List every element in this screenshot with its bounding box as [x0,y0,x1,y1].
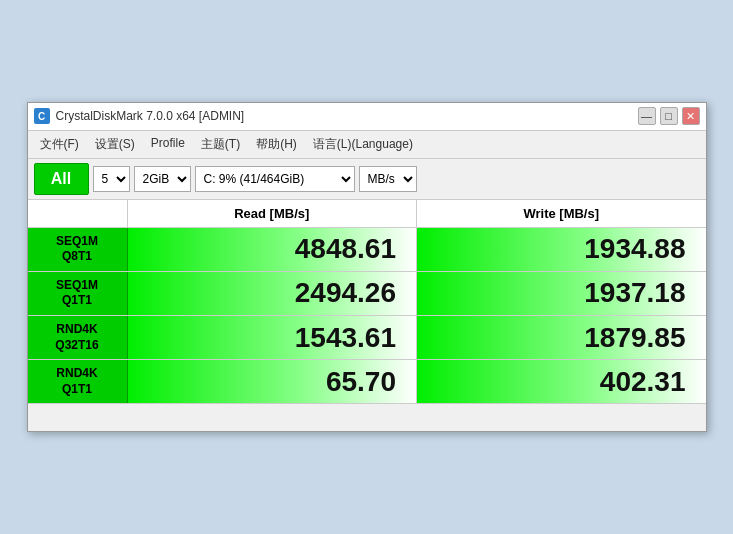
app-icon: C [34,108,50,124]
count-select[interactable]: 5 [93,166,130,192]
read-cell-seq1m-q1t1: 2494.26 [128,272,418,315]
table-row: RND4K Q32T16 1543.61 1879.85 [28,316,706,360]
maximize-button[interactable]: □ [660,107,678,125]
write-value-seq1m-q8t1: 1934.88 [584,233,685,265]
write-value-rnd4k-q1t1: 402.31 [600,366,686,398]
row-label-seq1m-q8t1: SEQ1M Q8T1 [28,228,128,271]
unit-select[interactable]: MB/s [359,166,417,192]
write-cell-seq1m-q1t1: 1937.18 [417,272,706,315]
row-label-seq1m-q1t1: SEQ1M Q1T1 [28,272,128,315]
minimize-button[interactable]: — [638,107,656,125]
window-controls: — □ ✕ [638,107,700,125]
window-title: CrystalDiskMark 7.0.0 x64 [ADMIN] [56,109,245,123]
read-cell-rnd4k-q1t1: 65.70 [128,360,418,403]
menu-language[interactable]: 语言(L)(Language) [305,133,421,156]
title-bar: C CrystalDiskMark 7.0.0 x64 [ADMIN] — □ … [28,103,706,131]
read-cell-seq1m-q8t1: 4848.61 [128,228,418,271]
write-header: Write [MB/s] [417,200,706,227]
write-cell-rnd4k-q32t16: 1879.85 [417,316,706,359]
benchmark-table: Read [MB/s] Write [MB/s] SEQ1M Q8T1 4848… [28,200,706,404]
table-row: RND4K Q1T1 65.70 402.31 [28,360,706,403]
size-select[interactable]: 2GiB [134,166,191,192]
write-cell-rnd4k-q1t1: 402.31 [417,360,706,403]
read-value-rnd4k-q1t1: 65.70 [326,366,396,398]
read-value-rnd4k-q32t16: 1543.61 [295,322,396,354]
read-header: Read [MB/s] [128,200,418,227]
row-label-rnd4k-q1t1: RND4K Q1T1 [28,360,128,403]
table-header: Read [MB/s] Write [MB/s] [28,200,706,228]
write-value-seq1m-q1t1: 1937.18 [584,277,685,309]
toolbar: All 5 2GiB C: 9% (41/464GiB) MB/s [28,159,706,200]
close-button[interactable]: ✕ [682,107,700,125]
write-cell-seq1m-q8t1: 1934.88 [417,228,706,271]
menu-profile[interactable]: Profile [143,133,193,156]
row-label-rnd4k-q32t16: RND4K Q32T16 [28,316,128,359]
title-bar-left: C CrystalDiskMark 7.0.0 x64 [ADMIN] [34,108,245,124]
menu-theme[interactable]: 主题(T) [193,133,248,156]
all-button[interactable]: All [34,163,89,195]
table-row: SEQ1M Q1T1 2494.26 1937.18 [28,272,706,316]
drive-select[interactable]: C: 9% (41/464GiB) [195,166,355,192]
table-row: SEQ1M Q8T1 4848.61 1934.88 [28,228,706,272]
menu-settings[interactable]: 设置(S) [87,133,143,156]
write-value-rnd4k-q32t16: 1879.85 [584,322,685,354]
label-col-header [28,200,128,227]
read-cell-rnd4k-q32t16: 1543.61 [128,316,418,359]
menu-bar: 文件(F) 设置(S) Profile 主题(T) 帮助(H) 语言(L)(La… [28,131,706,159]
read-value-seq1m-q1t1: 2494.26 [295,277,396,309]
menu-help[interactable]: 帮助(H) [248,133,305,156]
read-value-seq1m-q8t1: 4848.61 [295,233,396,265]
app-window: C CrystalDiskMark 7.0.0 x64 [ADMIN] — □ … [27,102,707,433]
status-bar [28,403,706,431]
menu-file[interactable]: 文件(F) [32,133,87,156]
